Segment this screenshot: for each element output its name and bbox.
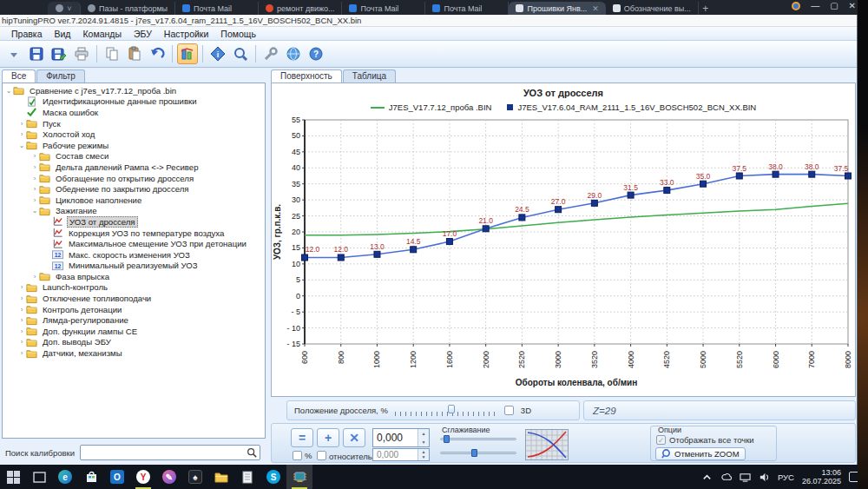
tree-expander-icon[interactable]: › (30, 152, 39, 160)
tree-item-12[interactable]: УОЗ от дросселя (3, 216, 265, 228)
copy-toolbar-button[interactable] (102, 43, 122, 64)
tree-item-2[interactable]: Маска ошибок (3, 107, 265, 118)
chart-plot[interactable]: - 15- 10- 505101520253035404550556008001… (272, 115, 858, 391)
tree-expander-icon[interactable]: › (17, 283, 26, 291)
undo-toolbar-button[interactable] (147, 43, 168, 64)
menu-3[interactable]: ЭБУ (128, 29, 158, 39)
tree-item-18[interactable]: ›Launch-контроль (3, 282, 265, 294)
spinner-down-icon[interactable]: ▼ (418, 438, 429, 446)
smoothing-slider-x-thumb[interactable] (444, 435, 450, 443)
tree-expander-icon[interactable]: › (17, 120, 26, 128)
tree-item-7[interactable]: ›Дельта давлений Рампа <-> Ресивер (3, 162, 265, 173)
tray-language[interactable]: РУС (778, 472, 794, 482)
value-spinner[interactable]: 0,000 ▲▼ (372, 428, 430, 447)
throttle-slider-thumb[interactable] (448, 405, 455, 413)
tree-item-10[interactable]: ›Цикловое наполнение (3, 195, 265, 206)
checkbox-show-all-points[interactable] (656, 435, 666, 445)
tree-expander-icon[interactable]: › (17, 306, 26, 314)
globe-toolbar-button[interactable] (283, 43, 304, 64)
tree-expander-icon[interactable]: › (17, 130, 26, 138)
menu-2[interactable]: Команды (76, 29, 128, 39)
tree-expander-icon[interactable]: › (17, 294, 26, 302)
tree-expander-icon[interactable]: › (17, 316, 26, 324)
view-tab-0[interactable]: Поверхность (271, 69, 342, 83)
tray-chevron-up-icon[interactable] (701, 472, 713, 483)
taskbar-paint-icon[interactable]: ✎ (156, 465, 182, 489)
tab-dropdown-icon[interactable]: ˅ (67, 4, 71, 13)
menu-1[interactable]: Вид (48, 29, 76, 39)
menu-4[interactable]: Настройки (158, 29, 215, 39)
tree-item-3[interactable]: ›Пуск (3, 118, 265, 129)
tray-onedrive-icon[interactable] (720, 472, 732, 483)
tree-item-20[interactable]: ›Контроль детонации (3, 304, 265, 315)
browser-tab-0[interactable]: ˅ (48, 2, 81, 15)
tree-item-4[interactable]: ›Холостой ход (3, 129, 265, 140)
taskbar-file-explorer-icon[interactable] (208, 465, 234, 489)
tab-close-icon[interactable]: ✕ (592, 4, 599, 13)
smoothing-slider-y-thumb[interactable] (471, 449, 477, 457)
set-value-button[interactable]: = (291, 428, 313, 447)
window-maximize-button[interactable]: ▢ (830, 1, 838, 10)
tree-item-17[interactable]: ›Фаза впрыска (3, 271, 265, 282)
tree-item-22[interactable]: ›Доп. функции лампы CE (3, 326, 265, 337)
tray-volume-icon[interactable] (759, 472, 770, 483)
tree-item-19[interactable]: ›Отключение топливоподачи (3, 293, 265, 304)
tree-item-11[interactable]: ⌄Зажигание (3, 206, 265, 217)
browser-tab-6[interactable]: Прошивки Янв...✕ (509, 2, 605, 15)
taskbar-notepad-icon[interactable] (234, 465, 260, 489)
tree-item-1[interactable]: Идентификационные данные прошивки (3, 96, 265, 108)
checkbox-percent[interactable] (293, 451, 302, 460)
tree-expander-icon[interactable]: ⌄ (30, 207, 39, 215)
checkbox-relative[interactable] (317, 451, 326, 460)
taskbar-task-view-icon[interactable] (26, 465, 52, 489)
tree-item-8[interactable]: ›Обогащение по открытию дросселя (3, 173, 265, 184)
throttle-slider[interactable] (395, 405, 497, 417)
browser-tab-3[interactable]: ремонт движо... (259, 2, 342, 15)
tree-item-24[interactable]: ›Датчики, механизмы (3, 347, 265, 359)
relative-spinner-value[interactable]: 0,000 (373, 450, 418, 459)
tools-toolbar-button[interactable] (260, 43, 281, 64)
smoothing-slider-y[interactable] (440, 449, 516, 456)
tree-expander-icon[interactable]: › (30, 273, 39, 281)
tree-expander-icon[interactable]: ⌄ (4, 87, 13, 95)
tray-network-icon[interactable] (740, 472, 751, 483)
taskbar-game-icon[interactable]: ♠ (182, 465, 208, 489)
paste-toolbar-button[interactable] (124, 43, 145, 64)
tray-clock[interactable]: 13:06 26.07.2025 (802, 468, 841, 486)
tree-expander-icon[interactable]: › (30, 196, 39, 204)
taskbar-start-icon[interactable] (0, 465, 26, 489)
tree-expander-icon[interactable]: › (17, 327, 26, 335)
sidebar-tab-1[interactable]: Фильтр (36, 69, 85, 83)
smoothing-slider-x[interactable] (440, 435, 516, 442)
sidebar-tab-0[interactable]: Все (2, 69, 36, 83)
info-toolbar-button[interactable]: i (207, 43, 228, 64)
add-value-button[interactable]: + (317, 428, 339, 447)
tree-item-5[interactable]: ⌄Рабочие режимы (3, 140, 265, 151)
tree-expander-icon[interactable]: › (30, 185, 39, 193)
spinner-up-icon[interactable]: ▲ (418, 429, 429, 438)
browser-profile-icon[interactable] (792, 2, 800, 10)
taskbar-edge-icon[interactable]: e (52, 465, 78, 489)
tree-item-21[interactable]: ›Лямда-регулирование (3, 314, 265, 326)
spinner-down-icon[interactable]: ▼ (418, 455, 429, 461)
new-tab-button[interactable]: + (699, 2, 713, 15)
window-minimize-button[interactable]: — (811, 1, 819, 10)
value-spinner-value[interactable]: 0,000 (373, 432, 418, 444)
save-toolbar-button[interactable] (26, 43, 47, 64)
taskbar-yandex-browser-icon[interactable]: Y (130, 465, 156, 489)
checkbox-3d[interactable] (504, 406, 514, 415)
view-tab-1[interactable]: Таблица (343, 69, 396, 83)
tree-expander-icon[interactable]: › (30, 163, 39, 171)
taskbar-chiptuningpro-icon[interactable] (286, 465, 312, 489)
taskbar-skype-icon[interactable]: S (260, 465, 286, 489)
taskbar-outlook-icon[interactable]: O (104, 465, 130, 489)
save-edit-toolbar-button[interactable] (49, 43, 69, 64)
search-icon[interactable] (247, 447, 257, 458)
tree-item-13[interactable]: Коррекция УОЗ по температуре воздуха (3, 228, 265, 239)
browser-tab-5[interactable]: Почта Mail (425, 2, 509, 15)
calibration-search-input[interactable] (81, 446, 247, 459)
browser-tab-2[interactable]: Почта Mail (175, 2, 259, 15)
tree-item-15[interactable]: 12Макс. скорость изменения УОЗ (3, 249, 265, 261)
tree-expander-icon[interactable]: ⌄ (17, 142, 26, 149)
tree-expander-icon[interactable]: › (17, 349, 26, 357)
